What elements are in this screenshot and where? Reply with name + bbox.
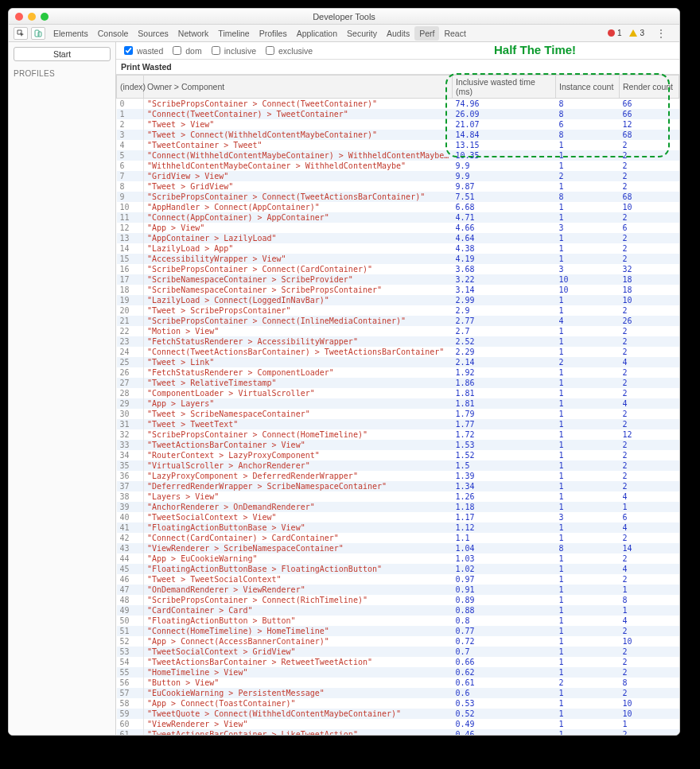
table-row[interactable]: 27"Tweet > RelativeTimestamp"1.8612 — [117, 378, 679, 388]
more-menu-icon[interactable]: ⋮ — [652, 27, 670, 40]
table-row[interactable]: 39"AnchorRenderer > OnDemandRenderer"1.1… — [117, 502, 679, 512]
start-button[interactable]: Start — [14, 47, 111, 61]
error-badge[interactable]: 1 — [608, 29, 622, 37]
table-row[interactable]: 15"AccessibilityWrapper > View"4.1912 — [117, 254, 679, 264]
table-row[interactable]: 30"Tweet > ScribeNamespaceContainer"1.79… — [117, 409, 679, 419]
col-index[interactable]: (index) — [117, 76, 144, 99]
table-row[interactable]: 25"Tweet > Link"2.1424 — [117, 357, 679, 367]
table-row[interactable]: 61"TweetActionsBarContainer > LikeTweetA… — [117, 729, 679, 735]
table-row[interactable]: 0"ScribePropsContainer > Connect(TweetCo… — [117, 99, 679, 110]
table-row[interactable]: 22"Motion > View"2.712 — [117, 326, 679, 336]
table-row[interactable]: 11"Connect(AppContainer) > AppContainer"… — [117, 212, 679, 223]
table-row[interactable]: 24"Connect(TweetActionsBarContainer) > T… — [117, 347, 679, 357]
table-row[interactable]: 50"FloatingActionButton > Button"0.814 — [117, 616, 679, 626]
cell-render: 2 — [620, 347, 679, 357]
table-row[interactable]: 58"App > Connect(ToastContainer)"0.53110 — [117, 698, 679, 709]
table-row[interactable]: 55"HomeTimeline > View"0.6212 — [117, 667, 679, 678]
table-row[interactable]: 43"ViewRenderer > ScribeNamespaceContain… — [117, 543, 679, 553]
tab-perf[interactable]: Perf — [414, 26, 439, 41]
table-row[interactable]: 49"CardContainer > Card"0.8811 — [117, 605, 679, 616]
table-row[interactable]: 37"DeferredRenderWrapper > ScribeNamespa… — [117, 481, 679, 491]
table-row[interactable]: 6"WithheldContentMaybeContainer > Withhe… — [117, 161, 679, 171]
table-row[interactable]: 45"FloatingActionButtonBase > FloatingAc… — [117, 564, 679, 574]
table-row[interactable]: 28"ComponentLoader > VirtualScroller"1.8… — [117, 388, 679, 398]
tab-elements[interactable]: Elements — [49, 26, 93, 41]
tab-console[interactable]: Console — [93, 26, 134, 41]
table-row[interactable]: 12"App > View"4.6636 — [117, 223, 679, 233]
table-row[interactable]: 29"App > Layers"1.8114 — [117, 398, 679, 409]
col-owner-component[interactable]: Owner > Component — [144, 76, 453, 99]
tab-security[interactable]: Security — [342, 26, 382, 41]
tab-application[interactable]: Application — [292, 26, 342, 41]
wasted-checkbox[interactable]: wasted — [121, 44, 163, 57]
table-row[interactable]: 19"LazilyLoad > Connect(LoggedInNavBar)"… — [117, 295, 679, 305]
table-row[interactable]: 8"Tweet > GridView"9.8712 — [117, 181, 679, 192]
table-row[interactable]: 21"ScribePropsContainer > Connect(Inline… — [117, 316, 679, 326]
table-row[interactable]: 44"App > EuCookieWarning"1.0312 — [117, 553, 679, 564]
table-row[interactable]: 17"ScribeNamespaceContainer > ScribeProv… — [117, 274, 679, 285]
table-row[interactable]: 56"Button > View"0.6128 — [117, 678, 679, 688]
table-row[interactable]: 53"TweetSocialContext > GridView"0.712 — [117, 647, 679, 657]
tab-sources[interactable]: Sources — [133, 26, 173, 41]
table-row[interactable]: 48"ScribePropsContainer > Connect(RichTi… — [117, 595, 679, 605]
table-row[interactable]: 57"EuCookieWarning > PersistentMessage"0… — [117, 688, 679, 698]
table-row[interactable]: 34"RouterContext > LazyProxyComponent"1.… — [117, 450, 679, 460]
col-instance-count[interactable]: Instance count — [556, 76, 620, 99]
table-row[interactable]: 5"Connect(WithheldContentMaybeContainer)… — [117, 150, 679, 161]
dom-checkbox[interactable]: dom — [169, 44, 201, 57]
cell-render: 2 — [620, 171, 679, 181]
table-row[interactable]: 10"AppHandler > Connect(AppContainer)"6.… — [117, 202, 679, 212]
table-row[interactable]: 20"Tweet > ScribePropsContainer"2.912 — [117, 305, 679, 316]
col-wasted-time[interactable]: Inclusive wasted time (ms) — [453, 76, 556, 99]
cell-wasted: 0.53 — [453, 698, 556, 709]
table-row[interactable]: 23"FetchStatusRenderer > AccessibilityWr… — [117, 336, 679, 347]
table-row[interactable]: 52"App > Connect(AccessBannerContainer)"… — [117, 636, 679, 647]
cell-instance: 1 — [556, 388, 620, 398]
table-row[interactable]: 3"Tweet > Connect(WithheldContentMaybeCo… — [117, 130, 679, 140]
table-row[interactable]: 46"Tweet > TweetSocialContext"0.9712 — [117, 574, 679, 585]
table-row[interactable]: 60"ViewRenderer > View"0.4911 — [117, 719, 679, 729]
table-row[interactable]: 38"Layers > View"1.2614 — [117, 491, 679, 502]
cell-render: 1 — [620, 502, 679, 512]
exclusive-checkbox[interactable]: exclusive — [262, 44, 313, 57]
table-row[interactable]: 13"AppContainer > LazilyLoad"4.6412 — [117, 233, 679, 243]
table-row[interactable]: 2"Tweet > View"21.07612 — [117, 119, 679, 130]
cell-render: 12 — [620, 119, 679, 130]
table-row[interactable]: 36"LazyProxyComponent > DeferredRenderWr… — [117, 471, 679, 481]
table-row[interactable]: 41"FloatingActionButtonBase > View"1.121… — [117, 522, 679, 533]
table-row[interactable]: 54"TweetActionsBarContainer > RetweetTwe… — [117, 657, 679, 667]
cell-render: 10 — [620, 698, 679, 709]
tab-network[interactable]: Network — [173, 26, 214, 41]
table-row[interactable]: 14"LazilyLoad > App"4.3812 — [117, 243, 679, 254]
table-row[interactable]: 51"Connect(HomeTimeline) > HomeTimeline"… — [117, 626, 679, 636]
table-row[interactable]: 16"ScribePropsContainer > Connect(CardCo… — [117, 264, 679, 274]
table-row[interactable]: 59"TweetQuote > Connect(WithheldContentM… — [117, 709, 679, 719]
table-row[interactable]: 1"Connect(TweetContainer) > TweetContain… — [117, 109, 679, 119]
table-row[interactable]: 47"OnDemandRenderer > ViewRenderer"0.911… — [117, 585, 679, 595]
table-row[interactable]: 4"TweetContainer > Tweet"13.1512 — [117, 140, 679, 150]
table-row[interactable]: 18"ScribeNamespaceContainer > ScribeProp… — [117, 285, 679, 295]
table-row[interactable]: 35"VirtualScroller > AnchorRenderer"1.51… — [117, 460, 679, 471]
warning-badge[interactable]: 3 — [629, 29, 644, 37]
table-row[interactable]: 9"ScribePropsContainer > Connect(TweetAc… — [117, 192, 679, 202]
table-row[interactable]: 26"FetchStatusRenderer > ComponentLoader… — [117, 367, 679, 378]
table-row[interactable]: 42"Connect(CardContainer) > CardContaine… — [117, 533, 679, 543]
device-toolbar-icon[interactable] — [31, 27, 45, 40]
cell-component: "TweetContainer > Tweet" — [144, 140, 453, 150]
inclusive-checkbox[interactable]: inclusive — [208, 44, 256, 57]
tab-audits[interactable]: Audits — [382, 26, 414, 41]
tab-timeline[interactable]: Timeline — [213, 26, 254, 41]
table-row[interactable]: 33"TweetActionsBarContainer > View"1.531… — [117, 440, 679, 450]
table-row[interactable]: 40"TweetSocialContext > View"1.1736 — [117, 512, 679, 522]
table-row[interactable]: 7"GridView > View"9.922 — [117, 171, 679, 181]
inspect-element-icon[interactable] — [14, 27, 28, 40]
table-row[interactable]: 32"ScribePropsContainer > Connect(HomeTi… — [117, 429, 679, 440]
cell-instance: 1 — [556, 574, 620, 585]
cell-index: 48 — [117, 595, 144, 605]
table-row[interactable]: 31"Tweet > TweetText"1.7712 — [117, 419, 679, 429]
console-status[interactable]: 1 3 ⋮ — [608, 27, 675, 40]
col-render-count[interactable]: Render count — [620, 76, 679, 99]
cell-render: 2 — [620, 440, 679, 450]
tab-profiles[interactable]: Profiles — [255, 26, 292, 41]
tab-react[interactable]: React — [439, 26, 470, 41]
